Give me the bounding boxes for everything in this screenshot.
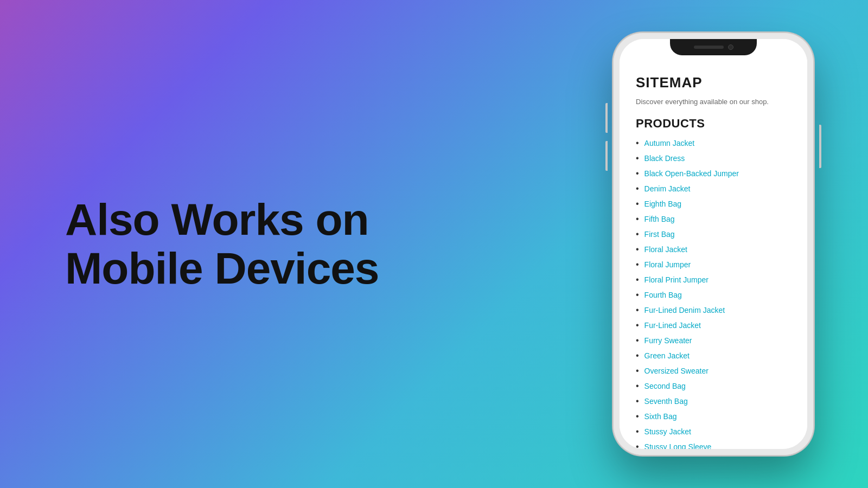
product-link[interactable]: Stussy Jacket bbox=[644, 427, 691, 436]
product-link[interactable]: Black Dress bbox=[644, 154, 685, 163]
phone-outer-shell: SITEMAP Discover everything available on… bbox=[613, 33, 814, 455]
list-item[interactable]: Floral Jacket bbox=[636, 245, 794, 254]
product-list: Autumn JacketBlack DressBlack Open-Backe… bbox=[636, 138, 794, 449]
phone-screen-area: SITEMAP Discover everything available on… bbox=[620, 39, 807, 449]
list-item[interactable]: Floral Print Jumper bbox=[636, 275, 794, 285]
phone-speaker bbox=[694, 46, 724, 49]
product-link[interactable]: Floral Jacket bbox=[644, 245, 687, 254]
list-item[interactable]: Fur-Lined Jacket bbox=[636, 320, 794, 330]
list-item[interactable]: Stussy Jacket bbox=[636, 427, 794, 436]
main-background: Also Works on Mobile Devices SITEMAP Dis… bbox=[0, 0, 868, 488]
sitemap-title: SITEMAP bbox=[636, 74, 794, 91]
list-item[interactable]: Black Open-Backed Jumper bbox=[636, 169, 794, 178]
list-item[interactable]: Autumn Jacket bbox=[636, 138, 794, 148]
phone-mockup: SITEMAP Discover everything available on… bbox=[613, 33, 814, 455]
phone-volume-up-button bbox=[605, 103, 608, 133]
list-item[interactable]: Black Dress bbox=[636, 153, 794, 163]
list-item[interactable]: Green Jacket bbox=[636, 351, 794, 361]
list-item[interactable]: Fifth Bag bbox=[636, 214, 794, 224]
product-link[interactable]: Seventh Bag bbox=[644, 397, 688, 406]
list-item[interactable]: Second Bag bbox=[636, 381, 794, 391]
list-item[interactable]: Fourth Bag bbox=[636, 290, 794, 300]
product-link[interactable]: Furry Sweater bbox=[644, 336, 692, 345]
product-link[interactable]: Stussy Long Sleeve bbox=[644, 442, 712, 449]
phone-power-button bbox=[819, 125, 821, 168]
products-heading: PRODUCTS bbox=[636, 117, 794, 131]
list-item[interactable]: Oversized Sweater bbox=[636, 366, 794, 376]
list-item[interactable]: Furry Sweater bbox=[636, 336, 794, 345]
list-item[interactable]: Sixth Bag bbox=[636, 412, 794, 421]
product-link[interactable]: Sixth Bag bbox=[644, 412, 677, 421]
product-link[interactable]: Floral Print Jumper bbox=[644, 275, 709, 284]
product-link[interactable]: Black Open-Backed Jumper bbox=[644, 169, 739, 178]
product-link[interactable]: Fur-Lined Jacket bbox=[644, 321, 701, 330]
product-link[interactable]: Eighth Bag bbox=[644, 200, 682, 208]
product-link[interactable]: Green Jacket bbox=[644, 351, 690, 360]
product-link[interactable]: Oversized Sweater bbox=[644, 367, 709, 375]
product-link[interactable]: Denim Jacket bbox=[644, 184, 691, 193]
sitemap-description: Discover everything available on our sho… bbox=[636, 98, 794, 106]
phone-camera bbox=[728, 44, 733, 50]
product-link[interactable]: Fur-Lined Denim Jacket bbox=[644, 306, 725, 314]
list-item[interactable]: Fur-Lined Denim Jacket bbox=[636, 305, 794, 315]
product-link[interactable]: Fifth Bag bbox=[644, 215, 675, 223]
list-item[interactable]: Seventh Bag bbox=[636, 396, 794, 406]
list-item[interactable]: Stussy Long Sleeve bbox=[636, 442, 794, 449]
list-item[interactable]: Floral Jumper bbox=[636, 260, 794, 269]
list-item[interactable]: Denim Jacket bbox=[636, 184, 794, 194]
hero-title: Also Works on Mobile Devices bbox=[65, 195, 391, 293]
product-link[interactable]: Autumn Jacket bbox=[644, 139, 695, 147]
hero-text-section: Also Works on Mobile Devices bbox=[65, 195, 391, 293]
phone-screen-content[interactable]: SITEMAP Discover everything available on… bbox=[620, 39, 807, 449]
product-link[interactable]: Second Bag bbox=[644, 382, 686, 390]
phone-notch bbox=[670, 39, 757, 55]
phone-volume-down-button bbox=[605, 141, 608, 171]
product-link[interactable]: First Bag bbox=[644, 230, 675, 239]
product-link[interactable]: Fourth Bag bbox=[644, 291, 682, 299]
product-link[interactable]: Floral Jumper bbox=[644, 260, 691, 269]
list-item[interactable]: Eighth Bag bbox=[636, 199, 794, 209]
list-item[interactable]: First Bag bbox=[636, 229, 794, 239]
